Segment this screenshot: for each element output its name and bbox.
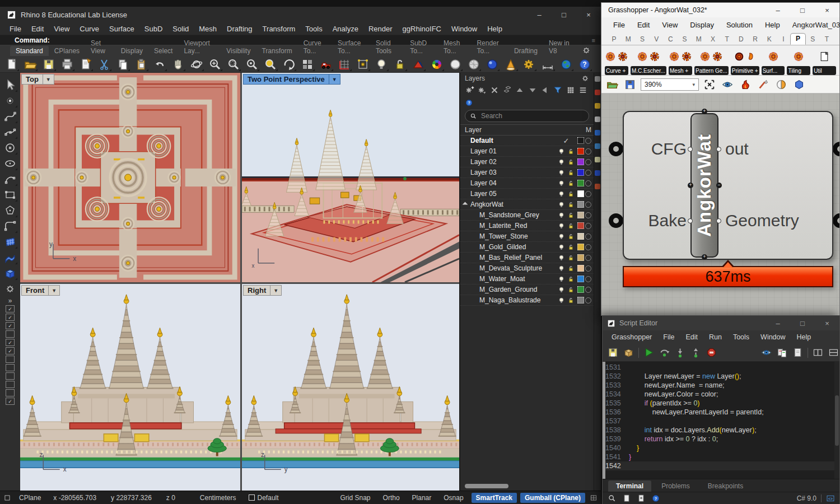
layer-material-circle[interactable]	[585, 191, 591, 197]
osnap-checkbox[interactable]: ✓	[6, 339, 15, 346]
layer-visibility-toggle[interactable]	[557, 169, 566, 176]
viewport-perspective[interactable]: x Two Point Perspective ▼	[242, 73, 459, 282]
gh-category-util[interactable]: Util	[813, 46, 836, 75]
layer-lock-toggle[interactable]	[566, 180, 576, 187]
copy-button[interactable]	[115, 57, 130, 72]
layer-row-m-water-moat[interactable]: M_Water_Moat	[460, 274, 594, 284]
menu-item-edit[interactable]: Edit	[631, 21, 656, 29]
control-point-curve-tool[interactable]	[3, 109, 17, 124]
osnap-checkbox[interactable]: ✓	[6, 305, 15, 312]
layer-material-circle[interactable]	[585, 265, 591, 272]
port-add-icon[interactable]: +	[688, 183, 693, 188]
panel-gear-icon[interactable]	[581, 74, 589, 82]
code-line-1538[interactable]: 1538 int idx = doc.Layers.Add(newLayer);	[605, 426, 839, 435]
layer-visibility-toggle[interactable]	[557, 148, 566, 155]
gh-category-label[interactable]: Surf...	[762, 66, 785, 75]
layer-color-swatch[interactable]	[576, 254, 585, 261]
status-units[interactable]: Centimeters	[200, 494, 236, 502]
code-line-1534[interactable]: 1534 newLayer.Color = color;	[605, 390, 839, 399]
layer-visibility-toggle[interactable]	[557, 201, 566, 208]
gh-file-tab-3[interactable]: V	[650, 35, 664, 45]
minimize-button[interactable]: –	[766, 2, 790, 18]
wedge-button[interactable]	[411, 57, 426, 72]
point-tool[interactable]	[3, 94, 17, 108]
layer-lock-toggle[interactable]	[566, 286, 576, 293]
component-input-cfg[interactable]: CFG	[624, 139, 687, 158]
panel-menu-button[interactable]	[577, 85, 589, 96]
layer-material-circle[interactable]	[585, 287, 591, 293]
panel-tab-terminal[interactable]: Terminal	[608, 480, 651, 492]
layer-color-swatch[interactable]	[576, 297, 585, 304]
layer-color-swatch[interactable]	[576, 169, 585, 176]
preview-eye-button[interactable]	[720, 77, 735, 92]
toolbar-tab-new-in-v8[interactable]: New in V8	[543, 38, 576, 56]
layer-row-layer-03[interactable]: Layer 03	[460, 167, 594, 178]
gh-file-tab-11[interactable]: K	[762, 35, 776, 45]
layer-row-m-gold-gilded[interactable]: M_Gold_Gilded	[460, 242, 594, 253]
osnap-target-button[interactable]	[356, 57, 370, 72]
layer-visibility-toggle[interactable]	[557, 286, 566, 293]
menu-item-file[interactable]: File	[657, 333, 680, 341]
menu-item-tools[interactable]: Tools	[727, 333, 755, 341]
gh-category-label[interactable]: Pattern Ge...	[694, 66, 729, 75]
arc-tool[interactable]	[3, 172, 17, 186]
help-button[interactable]: ?	[577, 57, 592, 72]
code-line-1540[interactable]: 1540 }	[605, 444, 839, 452]
layer-lock-toggle[interactable]	[566, 297, 576, 304]
layer-material-circle[interactable]	[585, 159, 591, 165]
menu-item-help[interactable]: Help	[482, 25, 507, 33]
step-over-button[interactable]	[659, 346, 670, 360]
filter-icon[interactable]	[3, 494, 11, 502]
help-sm-button[interactable]: ?	[651, 493, 661, 503]
layer-lock-toggle[interactable]	[566, 276, 576, 283]
viewport-perspective-label[interactable]: Two Point Perspective ▼	[243, 74, 340, 85]
code-line-1542[interactable]: 1542	[605, 461, 839, 470]
rotate-view-button[interactable]	[282, 57, 296, 72]
gh-category-label[interactable]: Curve +	[605, 66, 628, 75]
layer-row-m-devata-sculpture[interactable]: M_Devata_Sculpture	[460, 263, 594, 274]
delete-layer-button[interactable]	[489, 85, 500, 96]
render-sphere-button[interactable]	[485, 57, 500, 72]
layer-row-default[interactable]: Default✓	[460, 136, 594, 146]
color-wheel-button[interactable]	[430, 57, 444, 72]
maximize-button[interactable]: □	[790, 2, 815, 18]
layer-material-circle[interactable]	[585, 212, 591, 218]
zoom-extents-button[interactable]	[208, 57, 222, 72]
layer-row-m-naga-balustrade[interactable]: M_Naga_Balustrade	[460, 295, 594, 306]
layer-color-swatch[interactable]	[576, 148, 585, 155]
panel-tab-icon-6[interactable]	[595, 157, 600, 162]
split-vertical-button[interactable]	[812, 346, 824, 360]
gears-button[interactable]	[522, 57, 536, 72]
fancy-wires-button[interactable]	[738, 77, 753, 92]
layer-row-layer-04[interactable]: Layer 04	[460, 178, 594, 189]
layer-visibility-toggle[interactable]	[557, 233, 566, 240]
menu-item-tools[interactable]: Tools	[300, 25, 327, 33]
gh-file-tab-8[interactable]: T	[720, 35, 734, 45]
open-file-button[interactable]	[23, 57, 38, 72]
component-output-out[interactable]: out	[725, 139, 749, 158]
export-note-button[interactable]	[78, 57, 93, 72]
light-button[interactable]	[374, 57, 389, 72]
gh-file-tab-1[interactable]: M	[621, 35, 635, 45]
gh-category-surf[interactable]: Surf...	[762, 46, 785, 75]
viewport-right-label[interactable]: Right ▼	[243, 285, 282, 296]
menu-item-edit[interactable]: Edit	[680, 333, 703, 341]
fillet-tool[interactable]	[3, 219, 17, 234]
layer-lock-toggle[interactable]	[566, 265, 576, 272]
display-mode-button[interactable]	[792, 77, 806, 92]
status-toggle-planar[interactable]: Planar	[408, 493, 436, 503]
layer-visibility-toggle[interactable]	[557, 190, 566, 198]
component-name-capsule[interactable]: AngkorWat	[690, 113, 718, 258]
code-editor[interactable]: 15311532 Layer newLayer = new Layer();15…	[603, 362, 839, 479]
layer-material-circle[interactable]	[585, 138, 591, 144]
layer-material-circle[interactable]	[585, 202, 591, 208]
gh-file-tab-15[interactable]: T	[820, 35, 834, 45]
duplicate-layer-button[interactable]	[502, 85, 513, 96]
search-button[interactable]	[607, 493, 617, 503]
code-line-1539[interactable]: 1539 return idx >= 0 ? idx : 0;	[605, 435, 839, 444]
osnap-checkbox[interactable]: ✓	[6, 398, 15, 405]
toolbar-tab-set-view[interactable]: Set View	[85, 38, 115, 56]
wire-stub-input-1[interactable]	[609, 142, 623, 156]
menu-item-view[interactable]: View	[656, 21, 684, 29]
layer-color-swatch[interactable]	[576, 158, 585, 165]
